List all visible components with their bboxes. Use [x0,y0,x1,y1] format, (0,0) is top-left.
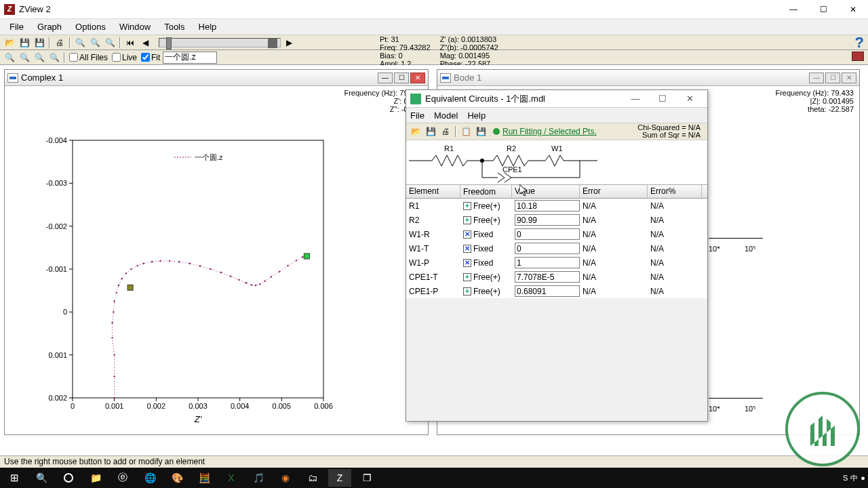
pane-close-button[interactable]: ✕ [842,73,856,83]
value-input[interactable] [515,214,580,226]
table-row[interactable]: CPE1-P+Free(+)N/AN/A [406,284,707,298]
minimize-button[interactable]: — [778,0,808,19]
system-tray[interactable]: S 中 ● [843,473,865,483]
taskview-icon[interactable] [57,469,80,487]
card-icon[interactable] [852,52,864,61]
menu-help[interactable]: Help [192,20,224,34]
pane-max-button[interactable]: ☐ [825,73,840,83]
save-icon[interactable]: 💾 [18,37,31,49]
pane-min-button[interactable]: — [809,73,824,83]
paint-icon[interactable]: 🎨 [165,469,189,487]
search-icon[interactable]: 🔍 [30,469,53,487]
fit-checkbox[interactable]: Fit [141,53,160,62]
info-col2: Z' (a): 0.0013803 Z''(b): -0.0005742 Mag… [440,35,498,62]
cell-freedom[interactable]: +Free(+) [460,286,512,297]
print-icon[interactable]: 🖨 [53,37,66,49]
pane-min-button[interactable]: — [378,73,393,83]
start-button[interactable]: ⊞ [3,469,26,487]
dlg-save-icon[interactable]: 💾 [424,125,437,138]
calc-icon[interactable]: 🧮 [193,469,216,487]
svg-text:CPE1: CPE1 [502,165,522,174]
menu-window[interactable]: Window [113,20,157,34]
allfiles-checkbox[interactable]: All Files [69,53,108,62]
value-input[interactable] [515,257,580,268]
run-fitting-button[interactable]: Run Fitting / Selected Pts. [493,127,597,136]
dlg-menu-help[interactable]: Help [467,110,486,121]
dialog-close-button[interactable]: ✕ [676,90,703,108]
close-button[interactable]: ✕ [838,0,868,19]
menu-options[interactable]: Options [68,20,113,34]
dialog-min-button[interactable]: — [622,90,649,108]
th-element[interactable]: Element [406,185,460,198]
zview-taskbar-icon[interactable]: Z [328,469,351,487]
value-input[interactable] [515,243,580,254]
cell-freedom[interactable]: +Free(+) [460,272,512,283]
maximize-button[interactable]: ☐ [808,0,838,19]
pane-max-button[interactable]: ☐ [394,73,409,83]
dlg-menu-file[interactable]: File [410,110,425,121]
help-icon[interactable]: ? [855,34,864,52]
nav-next-icon[interactable]: ▶ [282,37,296,49]
tray-more-icon[interactable]: ● [861,474,865,482]
nav-prev-icon[interactable]: ◀ [138,37,152,49]
save2-icon[interactable]: 💾 [33,37,46,49]
dlg-print-icon[interactable]: 🖨 [439,125,452,138]
dlg-open-icon[interactable]: 📂 [409,125,422,138]
dlg-save2-icon[interactable]: 💾 [474,125,488,138]
zoom-fit-icon[interactable]: 🔍 [103,37,117,49]
svg-rect-0 [73,140,323,398]
svg-point-38 [113,300,115,302]
excel-icon[interactable]: X [220,469,243,487]
th-errorpct[interactable]: Error% [648,185,702,198]
tool-b-icon[interactable]: 🔍 [18,52,31,64]
table-row[interactable]: W1-R✕FixedN/AN/A [406,227,707,241]
dialog-max-button[interactable]: ☐ [649,90,676,108]
pane-close-button[interactable]: ✕ [410,73,425,83]
cell-freedom[interactable]: +Free(+) [460,201,512,211]
open-icon[interactable]: 📂 [3,37,16,49]
nav-first-icon[interactable]: ⏮ [123,37,137,49]
folder-icon[interactable]: 🗂 [301,469,324,487]
table-row[interactable]: CPE1-T+Free(+)N/AN/A [406,270,707,284]
tool-c-icon[interactable]: 🔍 [33,52,46,64]
dlg-menu-model[interactable]: Model [434,110,458,121]
table-row[interactable]: R1+Free(+)N/AN/A [406,199,707,213]
dlg-edit-icon[interactable]: 📋 [459,125,473,138]
complex-chart: -0.004-0.003-0.002-0.00100.0010.00200.00… [5,86,429,436]
th-freedom[interactable]: Freedom [460,185,512,198]
value-input[interactable] [515,200,580,211]
zoom-in-icon[interactable]: 🔍 [73,37,87,49]
svg-point-50 [189,263,190,264]
file-dropdown[interactable] [163,52,217,64]
cell-freedom[interactable]: ✕Fixed [460,243,512,254]
th-value[interactable]: Value [512,185,580,198]
app2-icon[interactable]: ◉ [274,469,297,487]
menu-file[interactable]: File [3,20,31,34]
ime-icon[interactable]: S [843,474,848,482]
menu-graph[interactable]: Graph [31,20,68,34]
table-row[interactable]: R2+Free(+)N/AN/A [406,213,707,227]
cell-freedom[interactable]: ✕Fixed [460,229,512,240]
zoom-out-icon[interactable]: 🔍 [88,37,102,49]
th-error[interactable]: Error [580,185,648,198]
svg-text:一个圆.z: 一个圆.z [195,153,223,161]
app1-icon[interactable]: 🎵 [247,469,270,487]
value-input[interactable] [515,228,580,240]
circuit-diagram[interactable]: R1 R2 W1 CPE1 [406,140,707,185]
value-input[interactable] [515,271,580,283]
data-slider[interactable] [159,38,281,47]
table-row[interactable]: W1-P✕FixedN/AN/A [406,256,707,270]
tool-a-icon[interactable]: 🔍 [3,52,16,64]
live-checkbox[interactable]: Live [112,53,137,62]
table-row[interactable]: W1-T✕FixedN/AN/A [406,241,707,256]
explorer-icon[interactable]: 📁 [84,469,107,487]
tray-net-icon[interactable]: 中 [850,473,858,483]
menu-tools[interactable]: Tools [157,20,191,34]
edge-icon[interactable]: ⓔ [111,469,134,487]
cell-freedom[interactable]: +Free(+) [460,215,512,226]
chrome-icon[interactable]: 🌐 [138,469,161,487]
value-input[interactable] [515,285,580,297]
tool-d-icon[interactable]: 🔍 [47,52,61,64]
app3-icon[interactable]: ❐ [355,469,378,487]
cell-freedom[interactable]: ✕Fixed [460,258,512,268]
